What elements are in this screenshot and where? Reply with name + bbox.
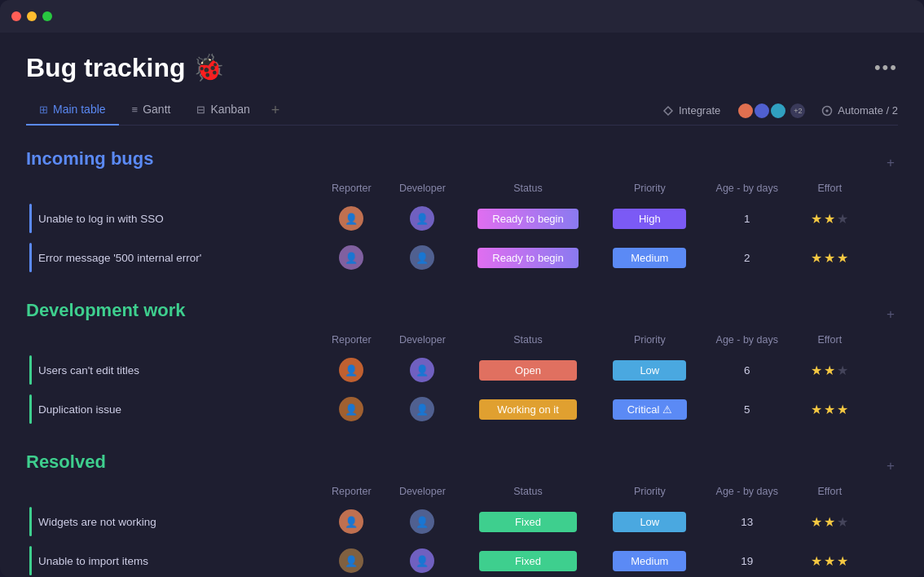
- team-avatar-2: [753, 102, 771, 120]
- row-text: Unable to log in with SSO: [38, 213, 164, 225]
- star-2: ★: [824, 553, 835, 569]
- status-badge: Ready to begin: [477, 209, 578, 229]
- status-badge: Fixed: [479, 551, 577, 571]
- avatar: 👤: [410, 206, 434, 231]
- automate-icon: [821, 105, 833, 117]
- resolved-table: Reporter Developer Status Priority Age -…: [26, 481, 898, 577]
- incoming-header-row: Reporter Developer Status Priority Age -…: [26, 178, 898, 199]
- add-resolved-button[interactable]: +: [883, 458, 898, 474]
- reporter-cell: 👤: [318, 238, 385, 277]
- col-header-reporter-resolved: Reporter: [318, 481, 385, 502]
- more-options-button[interactable]: •••: [874, 57, 898, 78]
- avatar: 👤: [339, 548, 363, 573]
- col-header-status-incoming: Status: [460, 178, 596, 199]
- star-1: ★: [811, 402, 822, 417]
- priority-badge: Medium: [613, 551, 686, 571]
- star-3: ★: [837, 553, 848, 569]
- col-header-priority-dev: Priority: [596, 329, 703, 350]
- col-header-label-dev: [26, 329, 318, 350]
- stars: ★ ★ ★: [791, 553, 869, 569]
- row-text: Unable to import items: [38, 555, 148, 567]
- tab-kanban[interactable]: ⊟ Kanban: [183, 96, 262, 126]
- row-label-cell: Unable to import items: [26, 541, 318, 577]
- app-header: Bug tracking 🐞 •••: [26, 52, 898, 83]
- row-border: [29, 243, 32, 272]
- row-add-cell: [869, 541, 898, 577]
- star-1: ★: [811, 553, 822, 569]
- team-avatar-count: +2: [790, 104, 805, 118]
- team-avatar-3: [769, 102, 787, 120]
- star-3: ★: [837, 363, 848, 378]
- status-badge: Working on it: [479, 399, 577, 420]
- reporter-cell: 👤: [318, 199, 385, 238]
- row-border: [29, 355, 32, 385]
- traffic-lights: [11, 11, 52, 21]
- section-development-title: Development work: [26, 300, 186, 321]
- star-2: ★: [824, 250, 835, 266]
- section-development: Development work + Reporter Developer St…: [26, 300, 898, 429]
- minimize-button[interactable]: [27, 11, 37, 21]
- section-resolved-title: Resolved: [26, 451, 106, 473]
- col-header-age-incoming: Age - by days: [703, 178, 791, 199]
- developer-cell: 👤: [385, 238, 460, 277]
- row-text: Widgets are not working: [38, 516, 156, 528]
- col-header-effort-resolved: Effort: [791, 481, 869, 502]
- tab-gantt[interactable]: ≡ Gantt: [119, 96, 184, 126]
- status-cell: Open: [460, 350, 596, 390]
- star-1: ★: [811, 363, 822, 378]
- effort-cell: ★ ★ ★: [791, 238, 869, 277]
- status-badge: Open: [479, 360, 577, 381]
- developer-cell: 👤: [385, 350, 460, 390]
- status-cell: Working on it: [460, 390, 596, 429]
- avatar: 👤: [339, 509, 363, 534]
- age-cell: 2: [703, 238, 791, 277]
- col-header-add-dev: [869, 329, 898, 350]
- col-header-label-resolved: [26, 481, 318, 502]
- close-button[interactable]: [11, 11, 21, 21]
- col-header-add-incoming: [869, 178, 898, 199]
- col-header-developer-dev: Developer: [385, 329, 460, 350]
- reporter-cell: 👤: [318, 541, 385, 577]
- status-cell: Fixed: [460, 541, 596, 577]
- add-tab-button[interactable]: +: [263, 97, 288, 124]
- avatar: 👤: [339, 358, 363, 382]
- col-header-age-dev: Age - by days: [703, 329, 791, 350]
- automate-label: Automate / 2: [838, 104, 898, 117]
- toolbar-right: Integrate +2 Automate / 2: [662, 102, 898, 120]
- effort-cell: ★ ★ ★: [791, 199, 869, 238]
- table-icon: ⊞: [39, 104, 48, 116]
- integrate-label: Integrate: [679, 104, 720, 117]
- app-window: Bug tracking 🐞 ••• ⊞ Main table ≡ Gantt …: [0, 0, 924, 577]
- kanban-icon: ⊟: [196, 104, 205, 116]
- development-table: Reporter Developer Status Priority Age -…: [26, 329, 898, 429]
- effort-cell: ★ ★ ★: [791, 350, 869, 390]
- automate-button[interactable]: Automate / 2: [821, 104, 898, 117]
- reporter-cell: 👤: [318, 350, 385, 390]
- maximize-button[interactable]: [42, 11, 52, 21]
- age-cell: 6: [703, 350, 791, 390]
- stars: ★ ★ ★: [791, 514, 869, 530]
- stars: ★ ★ ★: [791, 402, 869, 417]
- effort-cell: ★ ★ ★: [791, 541, 869, 577]
- tab-gantt-label: Gantt: [143, 103, 170, 116]
- row-add-cell: [869, 199, 898, 238]
- star-3: ★: [837, 402, 848, 417]
- section-resolved: Resolved + Reporter Developer Status Pri…: [26, 451, 898, 577]
- col-header-add-resolved: [869, 481, 898, 502]
- incoming-table: Reporter Developer Status Priority Age -…: [26, 178, 898, 277]
- col-header-reporter-dev: Reporter: [318, 329, 385, 350]
- add-development-button[interactable]: +: [883, 306, 898, 323]
- status-cell: Ready to begin: [460, 199, 596, 238]
- app-title-text: Bug tracking: [26, 53, 186, 83]
- priority-badge: High: [613, 209, 686, 229]
- row-text: Duplication issue: [38, 403, 121, 416]
- row-label-cell: Duplication issue: [26, 390, 318, 429]
- tab-main-table[interactable]: ⊞ Main table: [26, 96, 119, 126]
- star-3: ★: [837, 211, 848, 227]
- table-row: Error message '500 internal error' 👤 👤 R…: [26, 238, 898, 277]
- development-header-row: Reporter Developer Status Priority Age -…: [26, 329, 898, 350]
- team-avatars: +2: [737, 102, 805, 120]
- priority-badge: Low: [613, 512, 686, 532]
- integrate-button[interactable]: Integrate: [662, 104, 720, 117]
- add-incoming-button[interactable]: +: [883, 155, 898, 171]
